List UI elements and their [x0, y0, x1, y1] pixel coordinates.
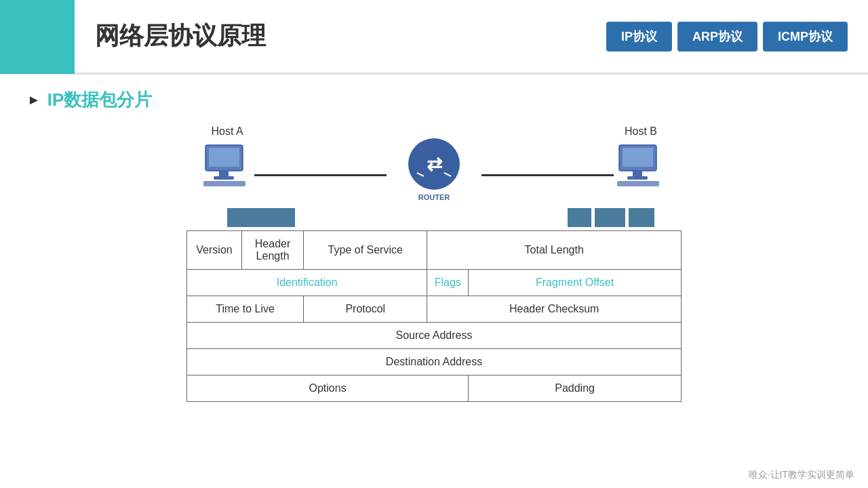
- svg-rect-11: [633, 171, 642, 176]
- cell-header-checksum: Header Checksum: [427, 296, 682, 323]
- svg-rect-3: [214, 176, 234, 180]
- table-row: Identification Flags Fragment Offset: [187, 270, 682, 296]
- header: 网络层协议原理 IP协议 ARP协议 ICMP协议: [0, 0, 868, 75]
- watermark: 唯众·让IT教学实训更简单: [749, 469, 854, 481]
- tab-icmp[interactable]: ICMP协议: [763, 22, 848, 52]
- router-container: ⇄ ROUTER: [403, 136, 465, 201]
- svg-rect-13: [617, 181, 659, 186]
- svg-rect-10: [623, 148, 653, 167]
- table-row: Options Padding: [187, 375, 682, 402]
- cell-destination-address: Destination Address: [187, 349, 682, 375]
- fragments-host-b: [568, 208, 654, 227]
- section-title: ► IP数据包分片: [27, 88, 841, 112]
- host-a-label: Host A: [211, 125, 243, 138]
- fragment-host-a: [227, 208, 295, 227]
- svg-rect-2: [219, 171, 229, 176]
- cell-source-address: Source Address: [187, 323, 682, 349]
- table-row: Version HeaderLength Type of Service Tot…: [187, 231, 682, 270]
- svg-rect-1: [209, 148, 239, 167]
- computer-a-icon: [200, 142, 254, 189]
- cell-identification: Identification: [187, 270, 427, 296]
- cell-fragment-offset: Fragment Offset: [469, 270, 682, 296]
- main-content: ► IP数据包分片 Host A: [0, 75, 868, 415]
- line-right: [481, 174, 614, 176]
- page-title: 网络层协议原理: [95, 20, 606, 53]
- host-b-container: Host B: [614, 125, 668, 189]
- line-left: [254, 174, 387, 176]
- router-label: ROUTER: [418, 193, 450, 201]
- table-row: Destination Address: [187, 349, 682, 375]
- computer-b-icon: [614, 142, 668, 189]
- svg-rect-4: [203, 181, 245, 186]
- svg-rect-12: [627, 176, 648, 180]
- ip-header-table: Version HeaderLength Type of Service Tot…: [186, 230, 682, 402]
- cell-padding: Padding: [469, 375, 682, 402]
- network-diagram: Host A ⇄: [186, 125, 682, 230]
- section-label: IP数据包分片: [47, 88, 153, 112]
- table-row: Time to Live Protocol Header Checksum: [187, 296, 682, 323]
- header-accent: [0, 0, 75, 74]
- table-row: Source Address: [187, 323, 682, 349]
- section-arrow: ►: [27, 92, 41, 108]
- cell-options: Options: [187, 375, 469, 402]
- cell-protocol: Protocol: [304, 296, 427, 323]
- header-tabs: IP协议 ARP协议 ICMP协议: [606, 22, 848, 52]
- cell-header-length: HeaderLength: [242, 231, 304, 270]
- cell-flags: Flags: [427, 270, 469, 296]
- host-b-label: Host B: [625, 125, 657, 138]
- svg-text:⇄: ⇄: [427, 154, 443, 175]
- tab-arp[interactable]: ARP协议: [677, 22, 757, 52]
- cell-time-to-live: Time to Live: [187, 296, 304, 323]
- cell-version: Version: [187, 231, 242, 270]
- cell-type-of-service: Type of Service: [304, 231, 427, 270]
- router-icon: ⇄: [403, 136, 465, 197]
- tab-ip[interactable]: IP协议: [606, 22, 672, 52]
- host-a-container: Host A: [200, 125, 254, 189]
- cell-total-length: Total Length: [427, 231, 682, 270]
